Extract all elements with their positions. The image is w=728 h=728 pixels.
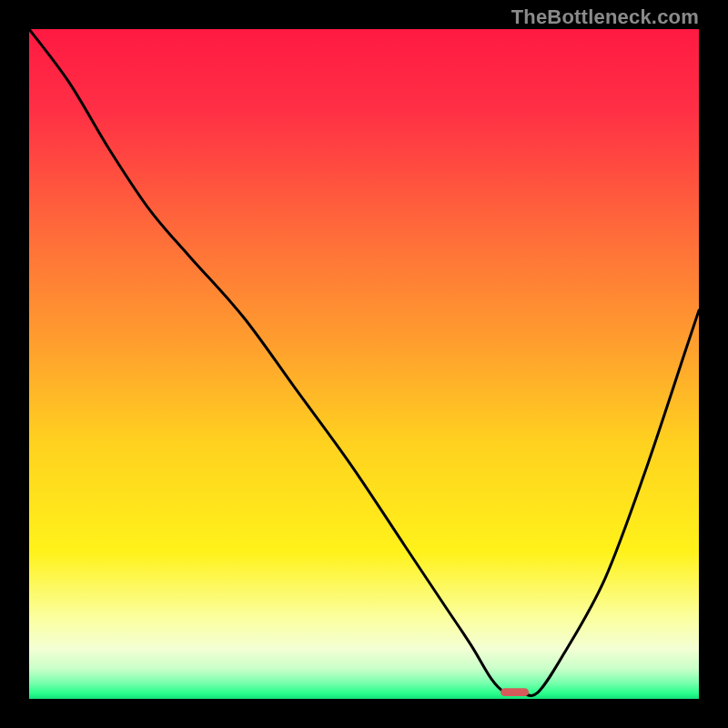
bottleneck-chart	[29, 29, 699, 699]
gradient-background	[29, 29, 699, 699]
watermark-text: TheBottleneck.com	[511, 5, 699, 29]
optimal-marker	[500, 688, 529, 696]
chart-frame	[29, 29, 699, 699]
